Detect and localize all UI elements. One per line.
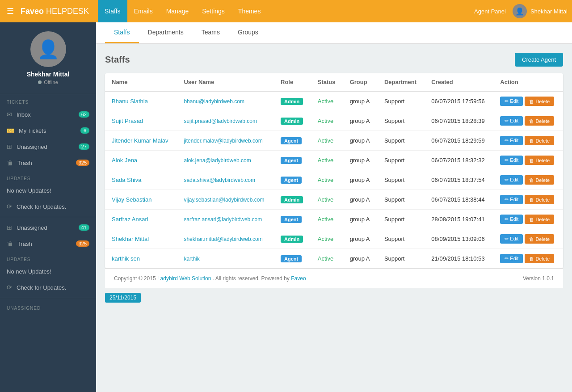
hamburger-icon[interactable]: ☰ [4, 4, 16, 18]
staff-email-link-7[interactable]: shekhar.mittal@ladybirdweb.com [184, 236, 262, 242]
cell-name-4: Sada Shiva [105, 170, 177, 190]
delete-button-7[interactable]: 🗑 Delete [525, 234, 554, 244]
role-badge-4: Agent [281, 177, 302, 184]
nav-emails[interactable]: Emails [127, 0, 160, 22]
delete-button-2[interactable]: 🗑 Delete [525, 136, 554, 145]
tab-staffs[interactable]: Staffs [105, 22, 139, 43]
sidebar-item-unassigned2[interactable]: ⊞ Unassigned 41 [0, 219, 96, 236]
staff-email-link-0[interactable]: bhanu@ladybirdweb.com [184, 98, 244, 105]
delete-button-8[interactable]: 🗑 Delete [525, 254, 554, 263]
main-content: Staffs Departments Teams Groups Staffs C… [96, 22, 572, 392]
sidebar-item-trash[interactable]: 🗑 Trash 325 [0, 155, 96, 171]
my-tickets-label: My Tickets [19, 127, 80, 134]
sidebar-item-unassigned[interactable]: ⊞ Unassigned 27 [0, 139, 96, 155]
table-row: Sarfraz Ansari sarfraz.ansari@ladybirdwe… [105, 210, 563, 229]
delete-button-0[interactable]: 🗑 Delete [525, 97, 554, 106]
staff-name-link-2[interactable]: Jitender Kumar Malav [112, 137, 168, 144]
edit-button-1[interactable]: ✏ Edit [500, 116, 523, 126]
cell-email-2: jitender.malav@ladybirdweb.com [177, 131, 274, 151]
logo: Faveo HELPDESK [21, 7, 89, 16]
delete-button-6[interactable]: 🗑 Delete [525, 215, 554, 224]
unassigned-badge: 27 [79, 143, 89, 150]
cell-email-6: sarfraz.ansari@ladybirdweb.com [177, 210, 274, 229]
action-buttons-7: ✏ Edit 🗑 Delete [500, 234, 556, 244]
staff-name-link-8[interactable]: karthik sen [112, 255, 140, 262]
content-header: Staffs Create Agent [105, 53, 563, 67]
edit-button-6[interactable]: ✏ Edit [500, 215, 523, 224]
tab-groups[interactable]: Groups [229, 22, 267, 43]
check-for-updates[interactable]: ⟳ Check for Updates. [0, 198, 96, 215]
staff-name-link-0[interactable]: Bhanu Slathia [112, 98, 148, 105]
sidebar-profile: 👤 Shekhar Mittal Offline [0, 22, 96, 94]
unassigned2-label: Unassigned [17, 224, 79, 231]
staff-name-link-4[interactable]: Sada Shiva [112, 177, 142, 183]
delete-button-3[interactable]: 🗑 Delete [525, 156, 554, 165]
sidebar-item-trash2[interactable]: 🗑 Trash 325 [0, 236, 96, 252]
trash2-badge: 325 [76, 240, 89, 247]
status-0: Active [318, 98, 333, 105]
cell-status-7: Active [311, 229, 343, 249]
sidebar-item-inbox[interactable]: ✉ Inbox 62 [0, 106, 96, 122]
cell-department-0: Support [378, 91, 425, 111]
check-for-updates2[interactable]: ⟳ Check for Updates. [0, 279, 96, 295]
nav-settings[interactable]: Settings [195, 0, 231, 22]
company-link[interactable]: Ladybird Web Solution [157, 275, 211, 282]
sidebar: 👤 Shekhar Mittal Offline TICKETS ✉ Inbox… [0, 22, 96, 392]
edit-button-5[interactable]: ✏ Edit [500, 195, 523, 204]
cell-status-5: Active [311, 190, 343, 210]
staff-email-link-2[interactable]: jitender.malav@ladybirdweb.com [184, 138, 262, 144]
staff-email-link-6[interactable]: sarfraz.ansari@ladybirdweb.com [184, 216, 262, 223]
cell-department-3: Support [378, 151, 425, 170]
cell-status-1: Active [311, 111, 343, 131]
create-agent-button[interactable]: Create Agent [515, 53, 563, 67]
sidebar-item-my-tickets[interactable]: 🎫 My Tickets 6 [0, 122, 96, 139]
edit-button-2[interactable]: ✏ Edit [500, 136, 523, 145]
cell-action-8: ✏ Edit 🗑 Delete [493, 249, 563, 269]
staffs-table: Name User Name Role Status Group Departm… [105, 73, 563, 268]
staff-name-link-5[interactable]: Vijay Sebastian [112, 196, 151, 203]
delete-button-5[interactable]: 🗑 Delete [525, 195, 554, 204]
staff-name-link-6[interactable]: Sarfraz Ansari [112, 216, 148, 223]
delete-button-4[interactable]: 🗑 Delete [525, 175, 554, 185]
staff-email-link-1[interactable]: sujit.prasad@ladybirdweb.com [184, 118, 257, 124]
updates2-icon: ⟳ [7, 284, 12, 291]
delete-button-1[interactable]: 🗑 Delete [525, 116, 554, 126]
edit-button-4[interactable]: ✏ Edit [500, 175, 523, 185]
edit-button-7[interactable]: ✏ Edit [500, 234, 523, 244]
status-text: Offline [44, 80, 58, 85]
col-username: User Name [177, 73, 274, 91]
nav-themes[interactable]: Themes [231, 0, 268, 22]
cell-name-5: Vijay Sebastian [105, 190, 177, 210]
cell-role-8: Agent [274, 249, 311, 269]
profile-status: Offline [9, 80, 87, 85]
unassigned-label: Unassigned [17, 143, 79, 150]
staff-email-link-8[interactable]: karthik [184, 256, 199, 262]
trash2-label: Trash [17, 240, 76, 247]
staff-email-link-3[interactable]: alok.jena@ladybirdweb.com [184, 157, 251, 164]
action-buttons-5: ✏ Edit 🗑 Delete [500, 195, 556, 204]
user-info[interactable]: 👤 Shekhar Mittal [513, 4, 568, 18]
nav-manage[interactable]: Manage [160, 0, 196, 22]
staff-email-link-4[interactable]: sada.shiva@ladybirdweb.com [184, 177, 255, 183]
cell-name-3: Alok Jena [105, 151, 177, 170]
edit-button-3[interactable]: ✏ Edit [500, 156, 523, 165]
edit-button-0[interactable]: ✏ Edit [500, 97, 523, 106]
agent-panel-link[interactable]: Agent Panel [474, 8, 506, 15]
cell-role-0: Admin [274, 91, 311, 111]
faveo-link[interactable]: Faveo [291, 275, 306, 282]
cell-status-0: Active [311, 91, 343, 111]
action-buttons-4: ✏ Edit 🗑 Delete [500, 175, 556, 185]
tab-teams[interactable]: Teams [193, 22, 229, 43]
rights-text: . All rights reserved. Powered by [213, 275, 290, 282]
cell-status-3: Active [311, 151, 343, 170]
edit-button-8[interactable]: ✏ Edit [500, 254, 523, 263]
inbox-icon: ✉ [7, 111, 12, 118]
tab-departments[interactable]: Departments [139, 22, 193, 43]
staff-name-link-3[interactable]: Alok Jena [112, 157, 137, 164]
nav-staffs[interactable]: Staffs [98, 0, 127, 22]
action-buttons-6: ✏ Edit 🗑 Delete [500, 215, 556, 224]
staff-name-link-1[interactable]: Sujit Prasad [112, 118, 143, 124]
staff-email-link-5[interactable]: vijay.sebastian@ladybirdweb.com [184, 197, 264, 203]
sidebar-divider [0, 217, 96, 217]
staff-name-link-7[interactable]: Shekhar Mittal [112, 236, 149, 242]
